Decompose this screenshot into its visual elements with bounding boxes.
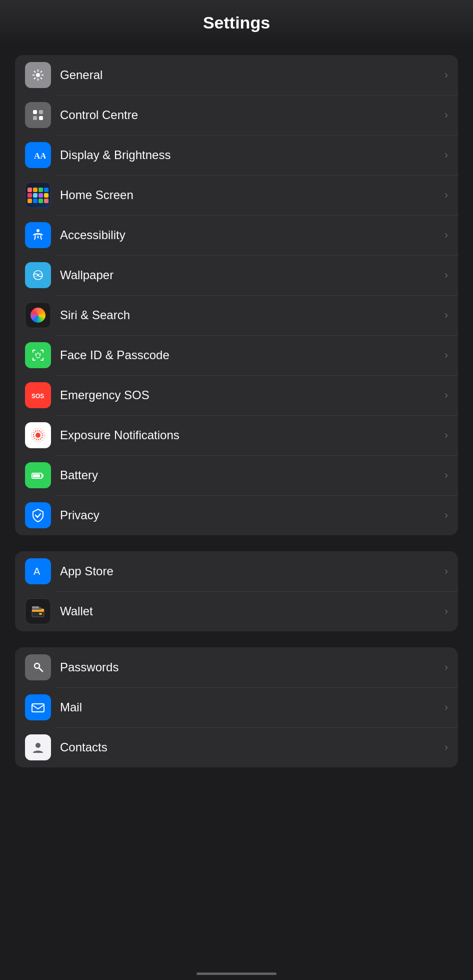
svg-point-19 — [36, 433, 40, 438]
wallpaper-label: Wallpaper — [60, 268, 440, 282]
settings-row-display[interactable]: AA Display & Brightness › — [15, 135, 458, 175]
display-label: Display & Brightness — [60, 148, 440, 162]
settings-row-mail[interactable]: Mail › — [15, 687, 458, 727]
settings-row-battery[interactable]: Battery › — [15, 455, 458, 495]
siri-icon — [25, 302, 51, 328]
exposure-label: Exposure Notifications — [60, 428, 440, 442]
general-icon — [25, 62, 51, 88]
svg-point-0 — [36, 73, 40, 77]
general-chevron: › — [444, 69, 448, 82]
exposure-icon — [25, 422, 51, 448]
svg-rect-3 — [33, 116, 37, 120]
top-bar: Settings — [0, 0, 473, 45]
appstore-icon: A — [25, 558, 51, 584]
exposure-chevron: › — [444, 429, 448, 442]
sos-chevron: › — [444, 389, 448, 402]
passwords-label: Passwords — [60, 660, 440, 674]
settings-row-passwords[interactable]: Passwords › — [15, 647, 458, 687]
settings-row-exposure[interactable]: Exposure Notifications › — [15, 415, 458, 455]
contacts-chevron: › — [444, 741, 448, 754]
control-centre-label: Control Centre — [60, 108, 440, 122]
svg-rect-2 — [39, 110, 43, 114]
wallpaper-icon — [25, 262, 51, 288]
privacy-chevron: › — [444, 509, 448, 522]
settings-group-3: Passwords › Mail › Contacts › — [15, 647, 458, 767]
page-title: Settings — [203, 13, 270, 33]
svg-rect-16 — [42, 358, 44, 361]
appstore-chevron: › — [444, 565, 448, 578]
svg-text:SOS: SOS — [32, 393, 44, 400]
homescreen-icon — [25, 182, 51, 208]
svg-rect-30 — [39, 613, 42, 615]
accessibility-icon — [25, 222, 51, 248]
settings-row-control-centre[interactable]: Control Centre › — [15, 95, 458, 135]
siri-label: Siri & Search — [60, 308, 440, 322]
home-indicator — [196, 972, 276, 975]
settings-row-appstore[interactable]: A App Store › — [15, 551, 458, 591]
svg-rect-12 — [42, 350, 44, 353]
settings-row-homescreen[interactable]: Home Screen › — [15, 175, 458, 215]
wallet-icon — [25, 598, 51, 624]
svg-point-17 — [38, 353, 39, 354]
faceid-icon — [25, 342, 51, 368]
svg-text:AA: AA — [34, 151, 46, 161]
sos-icon: SOS — [25, 382, 51, 408]
battery-chevron: › — [444, 469, 448, 482]
contacts-label: Contacts — [60, 740, 440, 754]
settings-row-wallet[interactable]: Wallet › — [15, 591, 458, 631]
svg-text:A: A — [34, 566, 40, 577]
svg-rect-1 — [33, 110, 37, 114]
control-centre-chevron: › — [444, 109, 448, 122]
homescreen-label: Home Screen — [60, 188, 440, 202]
svg-rect-24 — [33, 474, 40, 477]
settings-group-2: A App Store › Wallet › — [15, 551, 458, 631]
svg-rect-4 — [39, 116, 43, 120]
control-centre-icon — [25, 102, 51, 128]
settings-row-contacts[interactable]: Contacts › — [15, 727, 458, 767]
accessibility-label: Accessibility — [60, 228, 440, 242]
siri-chevron: › — [444, 309, 448, 322]
settings-row-accessibility[interactable]: Accessibility › — [15, 215, 458, 255]
contacts-icon — [25, 734, 51, 760]
settings-row-wallpaper[interactable]: Wallpaper › — [15, 255, 458, 295]
settings-row-faceid[interactable]: Face ID & Passcode › — [15, 335, 458, 375]
settings-row-privacy[interactable]: Privacy › — [15, 495, 458, 535]
display-chevron: › — [444, 149, 448, 162]
faceid-label: Face ID & Passcode — [60, 348, 440, 362]
homescreen-chevron: › — [444, 189, 448, 202]
accessibility-chevron: › — [444, 229, 448, 242]
privacy-icon — [25, 502, 51, 528]
settings-row-sos[interactable]: SOS Emergency SOS › — [15, 375, 458, 415]
general-label: General — [60, 68, 440, 82]
passwords-icon — [25, 654, 51, 680]
mail-chevron: › — [444, 701, 448, 714]
svg-rect-32 — [32, 704, 44, 712]
settings-row-siri[interactable]: Siri & Search › — [15, 295, 458, 335]
settings-row-general[interactable]: General › — [15, 55, 458, 95]
passwords-chevron: › — [444, 661, 448, 674]
wallet-label: Wallet — [60, 604, 440, 618]
wallpaper-chevron: › — [444, 269, 448, 282]
appstore-label: App Store — [60, 564, 440, 578]
svg-point-6 — [36, 229, 40, 232]
sos-label: Emergency SOS — [60, 388, 440, 402]
faceid-chevron: › — [444, 349, 448, 362]
privacy-label: Privacy — [60, 508, 440, 522]
svg-rect-14 — [32, 358, 34, 361]
mail-label: Mail — [60, 700, 440, 714]
settings-group-1: General › Control Centre › AA — [15, 55, 458, 535]
battery-label: Battery — [60, 468, 440, 482]
svg-rect-10 — [32, 350, 34, 353]
battery-icon — [25, 462, 51, 488]
wallet-chevron: › — [444, 605, 448, 618]
content: General › Control Centre › AA — [0, 45, 473, 777]
mail-icon — [25, 694, 51, 720]
svg-rect-23 — [42, 475, 44, 477]
display-icon: AA — [25, 142, 51, 168]
svg-rect-29 — [32, 606, 39, 608]
svg-point-33 — [36, 743, 40, 748]
svg-point-8 — [37, 274, 39, 276]
